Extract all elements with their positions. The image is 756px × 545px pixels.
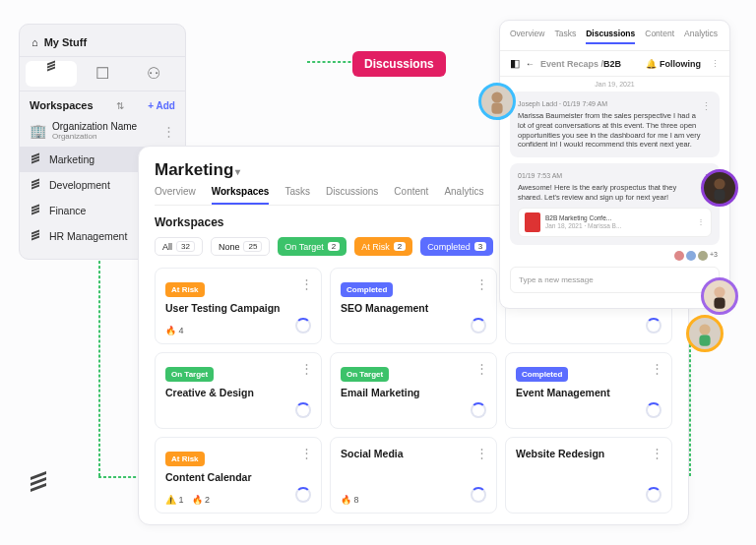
tab-workspaces[interactable]: Workspaces (212, 186, 270, 205)
filter-completed[interactable]: Completed3 (420, 237, 493, 256)
card-more-icon[interactable]: ⋮ (475, 446, 488, 460)
people-tab[interactable]: ⚇ (128, 61, 179, 87)
app-icon: ◧ (510, 57, 520, 70)
tab-discussions[interactable]: Discussions (326, 186, 378, 205)
bookmark-tab[interactable]: ☐ (77, 61, 128, 87)
card-website-redesign[interactable]: Website Redesign⋮ (505, 437, 672, 514)
sidebar-view-tabs: ☐ ⚇ (20, 56, 185, 91)
card-user-testing-campaign[interactable]: At RiskUser Testing Campaign⋮🔥 4 (155, 268, 322, 344)
avatar-4[interactable] (686, 315, 724, 352)
svg-rect-1 (491, 103, 502, 114)
discussions-callout-label: Discussions (352, 51, 446, 77)
card-more-icon[interactable]: ⋮ (475, 276, 488, 291)
sort-icon[interactable]: ⇅ (116, 100, 124, 111)
progress-ring (646, 402, 662, 418)
progress-ring (295, 487, 311, 503)
attach-more-icon[interactable]: ⋮ (697, 217, 705, 227)
svg-point-2 (714, 178, 724, 189)
disc-tab-content[interactable]: Content (645, 29, 674, 44)
tab-overview[interactable]: Overview (155, 186, 196, 205)
disc-header: ◧ ← Event Recaps /B2B 🔔Following ⋮ (500, 51, 729, 77)
card-more-icon[interactable]: ⋮ (475, 361, 488, 376)
follow-button[interactable]: 🔔Following (646, 59, 701, 69)
layers-tab[interactable] (26, 61, 77, 87)
filter-none[interactable]: None25 (211, 237, 270, 256)
svg-rect-5 (714, 298, 724, 309)
svg-rect-7 (699, 335, 710, 346)
card-event-management[interactable]: CompletedEvent Management⋮ (505, 352, 672, 429)
back-icon[interactable]: ← (526, 59, 535, 69)
discussions-panel: OverviewTasksDiscussionsContentAnalytics… (499, 20, 730, 309)
tab-content[interactable]: Content (394, 186, 428, 205)
progress-ring (471, 402, 486, 418)
svg-rect-3 (714, 190, 724, 201)
breadcrumb[interactable]: Event Recaps /B2B (540, 59, 621, 69)
card-social-media[interactable]: Social Media⋮🔥 8 (330, 437, 497, 514)
home-icon: ⌂ (32, 36, 38, 48)
card-seo-management[interactable]: CompletedSEO Management⋮ (330, 268, 497, 344)
tab-tasks[interactable]: Tasks (284, 186, 310, 205)
pdf-icon (525, 212, 540, 232)
message-1[interactable]: ⋮ Joseph Ladd · 01/19 7:49 AM Marissa Ba… (510, 91, 720, 157)
card-email-marketing[interactable]: On TargetEmail Marketing⋮ (330, 352, 497, 429)
org-icon: 🏢 (30, 123, 46, 139)
layers-icon-large[interactable] (28, 472, 49, 498)
card-more-icon[interactable]: ⋮ (300, 361, 313, 376)
add-workspace-button[interactable]: + Add (148, 100, 175, 111)
progress-ring (295, 318, 311, 333)
workspaces-label: Workspaces (30, 99, 94, 111)
disc-tabs: OverviewTasksDiscussionsContentAnalytics (500, 21, 729, 51)
tab-analytics[interactable]: Analytics (444, 186, 483, 205)
avatar-2[interactable] (701, 169, 738, 207)
message-2[interactable]: ⋮ 01/19 7:53 AM Awesome! Here is the ear… (510, 163, 720, 245)
card-more-icon[interactable]: ⋮ (300, 276, 313, 291)
layers-icon (30, 205, 41, 216)
card-more-icon[interactable]: ⋮ (300, 446, 313, 460)
card-content-calendar[interactable]: At RiskContent Calendar⋮⚠️ 1🔥 2 (155, 437, 322, 514)
filter-at-risk[interactable]: At Risk2 (354, 237, 412, 256)
svg-point-4 (714, 286, 724, 297)
svg-point-0 (491, 91, 502, 102)
progress-ring (646, 318, 662, 333)
progress-ring (471, 318, 486, 333)
chevron-down-icon: ▾ (235, 166, 240, 177)
disc-tab-analytics[interactable]: Analytics (684, 29, 718, 44)
layers-icon (30, 230, 41, 242)
svg-point-6 (699, 324, 710, 334)
date-divider: Jan 19, 2021 (500, 77, 729, 91)
msg-more-icon[interactable]: ⋮ (701, 99, 712, 113)
filter-all[interactable]: All32 (155, 237, 203, 256)
layers-icon (30, 153, 41, 165)
filter-on-target[interactable]: On Target2 (278, 237, 346, 256)
avatar-1[interactable] (478, 83, 516, 120)
more-icon[interactable]: ⋮ (711, 59, 720, 69)
message-input[interactable]: Type a new message (510, 267, 720, 293)
card-more-icon[interactable]: ⋮ (651, 361, 663, 376)
card-creative-design[interactable]: On TargetCreative & Design⋮ (155, 352, 322, 429)
reactions[interactable]: +3 (512, 251, 718, 261)
progress-ring (471, 487, 486, 503)
attachment[interactable]: B2B Marketing Confe...Jan 18, 2021 · Mar… (518, 208, 712, 237)
layers-icon (30, 179, 41, 191)
org-item[interactable]: 🏢 Organization NameOrganization ⋮ (20, 115, 185, 147)
card-more-icon[interactable]: ⋮ (651, 446, 663, 460)
disc-tab-discussions[interactable]: Discussions (586, 29, 635, 44)
avatar-3[interactable] (701, 277, 738, 315)
org-more-icon[interactable]: ⋮ (162, 124, 175, 139)
disc-tab-tasks[interactable]: Tasks (554, 29, 576, 44)
bell-icon: 🔔 (646, 59, 657, 69)
disc-tab-overview[interactable]: Overview (510, 29, 544, 44)
progress-ring (295, 402, 311, 418)
my-stuff-header[interactable]: ⌂My Stuff (20, 32, 185, 56)
progress-ring (646, 487, 662, 503)
